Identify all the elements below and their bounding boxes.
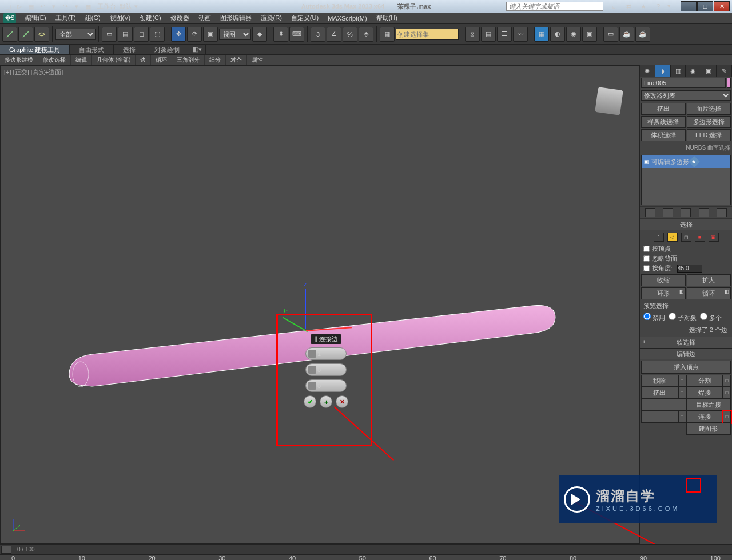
btn-chamfer[interactable] [641,399,686,411]
curve-editor-icon[interactable]: 〰 [513,27,528,42]
align-icon[interactable]: ▤ [481,27,496,42]
close-button[interactable]: ✕ [714,1,730,11]
viewport[interactable]: [+] [正交] [真实+边面] ‖ 连接边 1 0 0 ✔ ＋ ✕ [0,65,639,544]
link-icon[interactable]: ▦ [84,2,92,10]
btn-bridge[interactable] [641,411,678,423]
caddy-cancel-button[interactable]: ✕ [336,395,348,408]
chk-ignore-back[interactable] [643,255,650,262]
subobj-poly-icon[interactable]: ■ [695,233,705,242]
search-input[interactable] [506,2,603,11]
split-settings-icon[interactable]: □ [723,375,731,387]
named-selection-input[interactable] [396,29,459,40]
menu-views[interactable]: 视图(V) [105,13,136,23]
btn-splinesel[interactable]: 样条线选择 [641,116,686,128]
link-tool-icon[interactable] [2,27,17,42]
menu-customize[interactable]: 自定义(U) [287,13,323,23]
object-color-swatch[interactable] [727,78,731,88]
btn-weld[interactable]: 焊接 [686,387,723,399]
menu-animation[interactable]: 动画 [194,13,216,23]
sub-edge[interactable]: 边 [136,55,151,65]
viewport-label[interactable]: [+] [正交] [真实+边面] [4,68,63,77]
ref-coord-select[interactable]: 视图 [219,29,251,40]
object-name-input[interactable] [641,78,726,88]
caddy-slide-spinner[interactable]: 0 [305,379,347,392]
chk-by-vertex[interactable] [643,246,650,252]
exchange-icon[interactable]: ⇄ [624,2,632,10]
cp-motion-icon[interactable]: ◉ [686,65,701,77]
undo-drop-icon[interactable]: ▾ [50,2,58,10]
undo-icon[interactable]: ↶ [38,2,46,10]
menu-group[interactable]: 组(G) [81,13,105,23]
btn-remove[interactable]: 移除 [641,375,678,387]
caddy-apply-button[interactable]: ＋ [320,395,332,408]
angle-input[interactable] [677,265,702,273]
modifier-list[interactable]: 修改器列表 [641,90,731,101]
remove-settings-icon[interactable]: □ [678,375,686,387]
config-icon[interactable] [717,208,727,217]
radio-off[interactable]: 禁用 [643,313,665,322]
chevron-down-icon[interactable]: ▾ [134,3,138,10]
trackbar-toggle-icon[interactable] [1,546,11,554]
cp-display-icon[interactable]: ▣ [701,65,717,77]
layers-icon[interactable]: ☰ [497,27,512,42]
new-icon[interactable]: ▢ [4,2,12,10]
pivot-icon[interactable]: ◆ [252,27,267,42]
caddy-segments-spinner[interactable]: 1 [305,347,347,360]
sub-edit[interactable]: 编辑 [71,55,92,65]
menu-help[interactable]: 帮助(H) [372,13,402,23]
sub-align[interactable]: 对齐 [226,55,247,65]
star-icon[interactable]: ★ [639,2,647,10]
app-icon[interactable]: �S [3,13,16,23]
caddy-pinch-spinner[interactable]: 0 [305,363,347,376]
menu-tools[interactable]: 工具(T) [51,13,81,23]
btn-connect[interactable]: 连接 [686,411,723,423]
remove-mod-icon[interactable] [699,208,709,217]
schematic-icon[interactable]: ▦ [534,27,549,42]
subobj-element-icon[interactable]: ▣ [709,233,719,242]
menu-maxscript[interactable]: MAXScript(M) [323,14,371,23]
menu-create[interactable]: 创建(C) [135,13,165,23]
rollout-selection[interactable]: 选择 [640,219,732,230]
sub-loop[interactable]: 循环 [151,55,172,65]
extrude-settings-icon[interactable]: □ [678,387,686,399]
sub-subdiv[interactable]: 细分 [205,55,226,65]
subobj-border-icon[interactable]: ◻ [681,233,691,242]
btn-grow[interactable]: 扩大 [687,274,731,286]
snap-angle-icon[interactable]: ∠ [327,27,341,42]
bridge-settings-icon[interactable]: □ [678,411,686,423]
btn-volsel[interactable]: 体积选择 [641,129,686,141]
rollout-editedge[interactable]: 编辑边 [640,349,732,359]
track-bar[interactable]: 0 / 100 [0,544,732,554]
weld-settings-icon[interactable]: □ [723,387,731,399]
material-icon[interactable]: ◐ [550,27,565,42]
tab-graphite[interactable]: Graphite 建模工具 [0,45,70,54]
caddy-title[interactable]: ‖ 连接边 [311,334,341,344]
caddy-ok-button[interactable]: ✔ [304,395,316,408]
menu-modifiers[interactable]: 修改器 [166,13,194,23]
show-end-icon[interactable] [663,208,673,217]
selection-filter[interactable]: 全部 [55,29,96,40]
minimize-button[interactable]: — [681,1,697,11]
pin-stack-icon[interactable] [645,208,655,217]
subobj-vertex-icon[interactable]: ∴ [654,233,664,242]
open-icon[interactable]: ▷ [15,2,23,10]
redo-drop-icon[interactable]: ▾ [73,2,81,10]
render-frame-icon[interactable]: ▣ [582,27,597,42]
btn-facesel[interactable]: 面片选择 [687,103,731,115]
tab-selection[interactable]: 选择 [114,45,145,54]
btn-split[interactable]: 分割 [686,375,723,387]
unlink-tool-icon[interactable] [18,27,33,42]
teapot-icon[interactable]: ☕ [619,27,634,42]
menu-render[interactable]: 渲染(R) [256,13,287,23]
btn-shrink[interactable]: 收缩 [641,274,686,286]
cp-utility-icon[interactable]: ✎ [717,65,732,77]
sub-geom[interactable]: 几何体 (全部) [92,55,136,65]
edit-named-icon[interactable]: ▦ [380,27,395,42]
redo-icon[interactable]: ↷ [61,2,69,10]
select-window-icon[interactable]: ⬚ [150,27,165,42]
save-icon[interactable]: ▤ [27,2,35,10]
tab-paint[interactable]: 对象绘制 [145,45,189,54]
help-icon[interactable]: ? [654,2,662,10]
rollout-softsel[interactable]: 软选择 [640,337,732,348]
cp-modify-icon[interactable]: ◗ [655,65,671,77]
